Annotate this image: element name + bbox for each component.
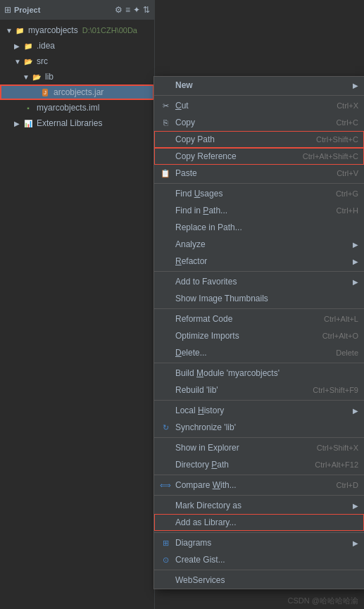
menu-label-paste: Paste [175,168,325,178]
menu-item-create-gist[interactable]: ⊙ Create Gist... [154,551,364,568]
menu-label-show-explorer: Show in Explorer [175,443,306,453]
menu-label-diagrams: Diagrams [175,538,350,548]
menu-shortcut-find-usages: Ctrl+G [336,189,358,198]
diagrams-icon: ⊞ [160,537,171,548]
tree-label-idea: .idea [37,41,55,51]
compare-icon: ⟺ [160,479,171,491]
menu-label-replace-in-path: Replace in Path... [175,222,358,232]
jar-icon: J [39,87,51,98]
menu-shortcut-optimize-imports: Ctrl+Alt+O [322,332,358,340]
sync-icon: ↻ [160,422,171,433]
menu-item-delete[interactable]: Delete... Delete [154,344,364,361]
menu-shortcut-paste: Ctrl+V [337,169,358,177]
iml-icon: ▪ [23,102,34,113]
menu-shortcut-copy-path: Ctrl+Shift+C [316,135,358,144]
menu-arrow-new: ▶ [353,82,358,89]
menu-arrow-diagrams: ▶ [353,539,358,547]
menu-label-build-module: Build Module 'myarcobjects' [175,368,358,378]
tree-arrow-extlibs [14,120,23,127]
gist-icon: ⊙ [160,554,171,565]
folder-icon-idea: 📁 [23,40,34,51]
menu-label-copy-path: Copy Path [175,134,305,144]
menu-label-optimize-imports: Optimize Imports [175,331,311,341]
tree-arrow-idea [14,42,23,50]
panel-title: Project [14,6,112,14]
tree-item-iml[interactable]: ▪ myarcobjects.iml [0,100,154,115]
separator-5 [154,363,364,363]
menu-shortcut-reformat-code: Ctrl+Alt+L [324,315,358,323]
watermark: CSDN @哈哈哈哈渝 [288,596,358,606]
project-panel: ⊞ Project ⚙ ≡ ✦ ⇅ 📁 myarcobjects D:\01CZ… [0,0,155,609]
tree-item-jar[interactable]: J arcobjects.jar [0,84,154,100]
menu-item-replace-in-path[interactable]: Replace in Path... [154,219,364,236]
menu-item-build-module[interactable]: Build Module 'myarcobjects' [154,365,364,382]
folder-icon-lib: 📂 [31,71,42,82]
extlibs-icon: 📊 [23,118,34,129]
menu-label-copy-reference: Copy Reference [175,151,291,161]
menu-item-optimize-imports[interactable]: Optimize Imports Ctrl+Alt+O [154,327,364,344]
tree-item-root[interactable]: 📁 myarcobjects D:\01CZH\00Da [0,23,154,38]
menu-shortcut-find-in-path: Ctrl+H [337,206,358,215]
menu-item-show-thumbnails[interactable]: Show Image Thumbnails [154,290,364,307]
gear-icon[interactable]: ✦ [133,5,140,15]
menu-item-new[interactable]: New ▶ [154,77,364,94]
menu-item-copy-reference[interactable]: Copy Reference Ctrl+Alt+Shift+C [154,148,364,165]
menu-item-copy[interactable]: ⎘ Copy Ctrl+C [154,114,364,131]
menu-item-local-history[interactable]: Local History ▶ [154,402,364,419]
tree-item-lib[interactable]: 📂 lib [0,69,154,84]
separator-1 [154,95,364,96]
menu-item-rebuild-lib[interactable]: Rebuild 'lib' Ctrl+Shift+F9 [154,382,364,398]
menu-item-show-explorer[interactable]: Show in Explorer Ctrl+Shift+X [154,439,364,456]
view-icon[interactable]: ≡ [125,5,130,15]
menu-item-copy-path[interactable]: Copy Path Ctrl+Shift+C [154,131,364,148]
separator-2 [154,183,364,184]
menu-item-mark-directory[interactable]: Mark Directory as ▶ [154,497,364,514]
menu-label-cut: Cut [175,101,325,111]
menu-item-webservices[interactable]: WebServices [154,572,364,589]
menu-label-new: New [175,80,350,90]
menu-label-analyze: Analyze [175,239,350,249]
separator-3 [154,271,364,272]
menu-label-webservices: WebServices [175,575,358,585]
menu-item-find-usages[interactable]: Find Usages Ctrl+G [154,185,364,202]
project-icon: ⊞ [4,5,11,15]
menu-item-diagrams[interactable]: ⊞ Diagrams ▶ [154,534,364,551]
tree-path-root: D:\01CZH\00Da [82,26,137,34]
menu-shortcut-cut: Ctrl+X [337,101,358,110]
menu-item-synchronize[interactable]: ↻ Synchronize 'lib' [154,419,364,436]
menu-item-compare-with[interactable]: ⟺ Compare With... Ctrl+D [154,477,364,494]
tree-arrow-lib [23,73,31,81]
sort-icon[interactable]: ⇅ [143,5,150,15]
menu-label-compare-with: Compare With... [175,480,325,490]
menu-item-cut[interactable]: ✂ Cut Ctrl+X [154,97,364,114]
menu-item-paste[interactable]: 📋 Paste Ctrl+V [154,165,364,182]
menu-item-reformat-code[interactable]: Reformat Code Ctrl+Alt+L [154,310,364,327]
menu-label-mark-directory: Mark Directory as [175,501,350,510]
menu-item-add-favorites[interactable]: Add to Favorites ▶ [154,273,364,290]
menu-item-add-library[interactable]: Add as Library... [154,514,364,531]
menu-item-refactor[interactable]: Refactor ▶ [154,253,364,270]
panel-header: ⊞ Project ⚙ ≡ ✦ ⇅ [0,0,154,20]
menu-label-add-library: Add as Library... [175,517,358,527]
folder-icon-src: 📂 [23,56,34,67]
settings-icon[interactable]: ⚙ [115,5,123,15]
menu-item-find-in-path[interactable]: Find in Path... Ctrl+H [154,202,364,219]
tree-item-extlibs[interactable]: 📊 External Libraries [0,115,154,131]
separator-6 [154,400,364,401]
file-tree: 📁 myarcobjects D:\01CZH\00Da 📁 .idea 📂 s… [0,20,154,134]
menu-item-directory-path[interactable]: Directory Path Ctrl+Alt+F12 [154,456,364,473]
tree-item-src[interactable]: 📂 src [0,54,154,69]
tree-item-idea[interactable]: 📁 .idea [0,38,154,54]
menu-arrow-mark-directory: ▶ [353,502,358,510]
tree-label-iml: myarcobjects.iml [37,103,99,113]
menu-item-analyze[interactable]: Analyze ▶ [154,236,364,253]
menu-arrow-analyze: ▶ [353,241,358,249]
menu-label-show-thumbnails: Show Image Thumbnails [175,294,358,303]
menu-label-copy: Copy [175,118,325,127]
separator-11 [154,570,364,570]
tree-label-root: myarcobjects [28,25,78,35]
menu-shortcut-copy: Ctrl+C [337,118,358,127]
folder-icon-root: 📁 [14,25,25,36]
menu-arrow-refactor: ▶ [353,258,358,265]
separator-9 [154,495,364,496]
